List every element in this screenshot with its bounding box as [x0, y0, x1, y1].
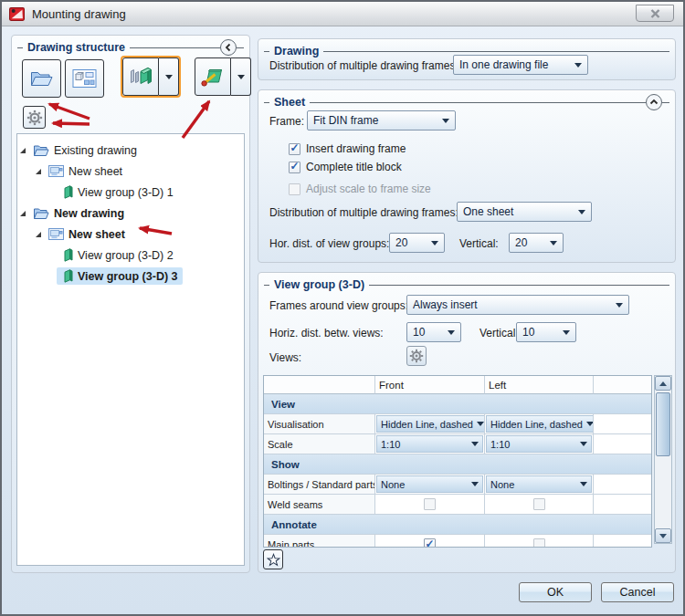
table-cell — [485, 535, 594, 548]
table-section-label: View — [264, 394, 651, 414]
combo-arrow-icon — [477, 422, 484, 426]
vg-vertical-combo[interactable]: 10 — [516, 322, 576, 342]
table-cell-checkbox[interactable] — [533, 498, 545, 510]
drawing-structure-tree: Existing drawingNew sheetView group (3-D… — [16, 133, 245, 566]
table-header-cell — [264, 376, 375, 394]
ok-button[interactable]: OK — [519, 582, 592, 602]
table-cell-checkbox[interactable] — [533, 538, 545, 548]
insert-drawing-frame-checkbox[interactable]: ✓ Insert drawing frame — [289, 142, 406, 155]
hor-dist-combo[interactable]: 20 — [389, 233, 445, 253]
insert-view-group-button[interactable] — [122, 57, 159, 96]
combo-arrow-icon — [580, 442, 587, 446]
table-cell-checkbox[interactable] — [424, 498, 436, 510]
table-cell: ✓ — [375, 535, 485, 548]
table-row-label: Visualisation — [264, 414, 375, 434]
view-group-title: View group (3-D) — [269, 278, 369, 291]
drawing-structure-group: Drawing structure — [11, 35, 250, 573]
new-sheet-button[interactable] — [65, 59, 104, 98]
table-cell-combo[interactable]: None — [376, 475, 483, 493]
check-icon: ✓ — [425, 538, 434, 548]
insert-view-button[interactable] — [195, 57, 231, 96]
combo-arrow-icon — [550, 241, 557, 245]
chevron-left-icon — [224, 43, 233, 52]
complete-title-block-checkbox[interactable]: ✓ Complete title block — [289, 161, 402, 173]
table-row-label: Scale — [264, 434, 375, 454]
views-table-scrollbar[interactable] — [654, 375, 672, 544]
views-settings-button[interactable] — [406, 346, 427, 366]
tree-item[interactable]: View group (3-D) 1 — [17, 182, 244, 203]
tree-item-label: New sheet — [68, 165, 122, 178]
tree-item[interactable]: View group (3-D) 3 — [17, 266, 244, 287]
table-row: View — [264, 394, 651, 414]
tree-item[interactable]: New drawing — [17, 203, 244, 224]
distribution-combo[interactable]: In one drawing file — [453, 55, 588, 75]
table-cell-checkbox[interactable]: ✓ — [424, 538, 436, 548]
frame-combo[interactable]: Fit DIN frame — [307, 110, 456, 131]
table-cell: Hidden Line, dashed — [375, 414, 485, 434]
table-cell-empty — [594, 434, 651, 454]
table-cell-empty — [594, 495, 651, 515]
table-cell-combo[interactable]: None — [486, 475, 592, 493]
table-section-label: Show — [264, 454, 651, 475]
combo-arrow-icon — [580, 482, 587, 486]
combo-arrow-icon — [616, 303, 623, 308]
table-cell: None — [375, 475, 485, 495]
combo-value: Hidden Line, dashed — [381, 419, 473, 430]
horiz-dist-combo[interactable]: 10 — [406, 322, 461, 342]
favorites-button[interactable] — [263, 549, 283, 569]
close-button[interactable] — [636, 5, 674, 22]
scroll-up-button[interactable] — [655, 376, 671, 391]
chevron-up-icon — [649, 98, 659, 107]
sheet-icon — [48, 165, 64, 177]
scrollbar-thumb[interactable] — [656, 392, 670, 456]
table-row-label: Boltings / Standard parts — [264, 475, 375, 495]
tree-item-label: Existing drawing — [54, 144, 137, 157]
table-section-label: Annotate — [264, 515, 651, 535]
tree-item-label: New drawing — [54, 207, 124, 220]
view-group-icon — [128, 65, 153, 89]
tree-item[interactable]: New sheet — [17, 224, 244, 245]
combo-arrow-icon — [442, 119, 449, 123]
combo-value: None — [490, 479, 576, 490]
scroll-down-button[interactable] — [655, 528, 671, 543]
table-cell-combo[interactable]: Hidden Line, dashed — [376, 415, 485, 433]
collapse-panel-button[interactable] — [220, 39, 237, 56]
open-drawing-button[interactable] — [22, 59, 61, 98]
table-cell — [375, 495, 485, 515]
sheet-group: Sheet Frame: Fit DIN frame ✓ Insert draw… — [258, 89, 676, 263]
table-cell-combo[interactable]: 1:10 — [376, 435, 483, 453]
dropdown-arrow-icon — [165, 75, 173, 79]
vertical-dist-combo[interactable]: 20 — [509, 233, 564, 253]
sheet-distribution-label: Distribution of multiple drawing frames: — [269, 206, 458, 219]
insert-view-dropdown[interactable] — [231, 57, 251, 96]
table-cell: 1:10 — [375, 434, 485, 454]
tree-item-label: View group (3-D) 3 — [78, 270, 178, 283]
sheet-distribution-combo[interactable]: One sheet — [457, 202, 592, 222]
table-cell-combo[interactable]: Hidden Line, dashed — [486, 415, 594, 433]
table-cell-empty — [594, 414, 651, 434]
tree-item[interactable]: New sheet — [17, 161, 244, 182]
table-cell-combo[interactable]: 1:10 — [486, 435, 592, 453]
frames-around-combo[interactable]: Always insert — [406, 295, 629, 315]
titlebar[interactable]: Mounting drawing — [2, 2, 683, 26]
viewgroup-icon — [64, 185, 73, 199]
tree-item[interactable]: View group (3-D) 2 — [17, 245, 244, 266]
view-axis-icon — [200, 65, 226, 89]
table-header-cell: Left — [485, 376, 594, 394]
collapse-sheet-button[interactable] — [646, 94, 662, 110]
view-group-group: View group (3-D) Frames around view grou… — [258, 272, 676, 573]
table-row: Show — [264, 454, 651, 475]
combo-arrow-icon — [574, 63, 582, 68]
insert-view-group-dropdown[interactable] — [159, 57, 179, 96]
insert-view-group-splitbutton — [121, 56, 181, 98]
cancel-button[interactable]: Cancel — [601, 582, 674, 602]
drawing-sheet-icon — [72, 68, 97, 89]
tree-item[interactable]: Existing drawing — [17, 140, 244, 161]
close-icon — [650, 9, 660, 18]
combo-arrow-icon — [431, 241, 438, 245]
table-cell: Hidden Line, dashed — [485, 414, 594, 434]
views-label: Views: — [269, 351, 301, 364]
distribution-label: Distribution of multiple drawing frames: — [269, 59, 458, 72]
tree-item-label: View group (3-D) 1 — [78, 186, 174, 199]
structure-settings-button[interactable] — [23, 106, 46, 129]
